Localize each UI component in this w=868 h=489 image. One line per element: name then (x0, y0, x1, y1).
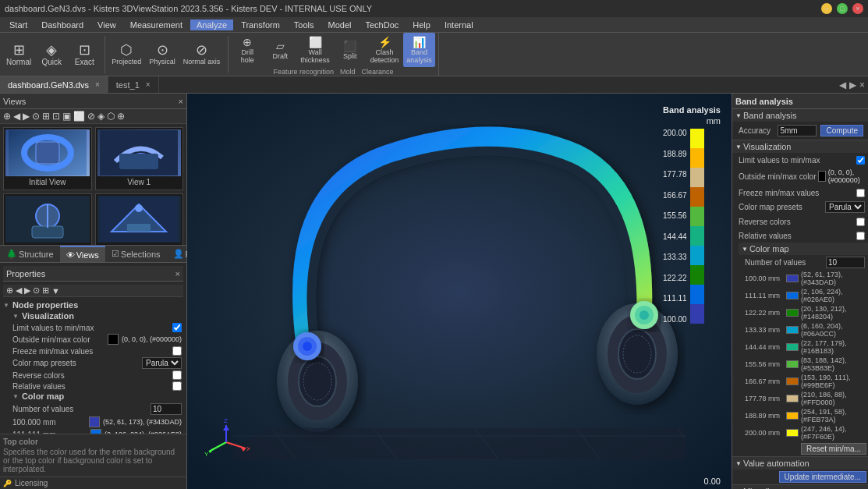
views-tool-7[interactable]: ▣ (62, 111, 71, 122)
color-swatch-0[interactable] (89, 416, 100, 427)
tab-dashboard[interactable]: dashboard.GeN3.dvs × (0, 76, 108, 93)
ba-limit-checkbox[interactable] (856, 156, 865, 165)
left-tab-structure[interactable]: 🌲 Structure (0, 246, 60, 262)
tab-scroll-left[interactable]: ◀ (839, 80, 846, 90)
toolbar-draft[interactable]: ▱ Draft (264, 33, 296, 67)
views-tool-2[interactable]: ◀ (13, 111, 20, 122)
tab-test1-close[interactable]: × (146, 80, 151, 89)
menu-model[interactable]: Model (322, 19, 358, 30)
prop-tool-1[interactable]: ⊕ (6, 285, 13, 296)
ba-cm-swatch-2[interactable] (786, 309, 799, 317)
views-tool-6[interactable]: ⊡ (52, 111, 60, 122)
toolbar-clash-detection[interactable]: ⚡ Clashdetection (367, 33, 402, 67)
menu-view[interactable]: View (91, 19, 122, 30)
prop-numvals-input[interactable] (151, 403, 182, 415)
prop-tool-3[interactable]: ▶ (24, 285, 30, 296)
toolbar-quick[interactable]: ◈ Quick (36, 37, 67, 72)
views-tool-12[interactable]: ⊕ (117, 111, 125, 122)
ba-cm-swatch-7[interactable] (786, 395, 799, 402)
menu-internal[interactable]: Internal (438, 19, 480, 30)
prop-relative-checkbox[interactable] (172, 381, 182, 391)
menu-transform[interactable]: Transform (235, 19, 286, 30)
prop-tool-4[interactable]: ⊙ (33, 285, 40, 296)
tab-scroll-right[interactable]: ▶ (849, 80, 856, 90)
close-button[interactable]: × (852, 3, 863, 14)
prop-colormap-select[interactable]: Parula (142, 357, 182, 369)
menu-measurement[interactable]: Measurement (124, 19, 189, 30)
thumbnail-view1[interactable]: View 1 (95, 127, 184, 190)
bar-labels: 200.00 188.89 177.78 166.67 155.56 144.4… (663, 129, 687, 324)
update-button[interactable]: Update intermediate... (779, 471, 866, 483)
toolbar-normal-axis[interactable]: ⊘ Normal axis (180, 37, 224, 72)
menu-analyze[interactable]: Analyze (190, 19, 233, 30)
ba-cm-swatch-9[interactable] (786, 429, 799, 437)
ba-reverse-checkbox[interactable] (856, 218, 865, 226)
left-tab-views[interactable]: 👁 Views (60, 246, 105, 262)
views-tool-4[interactable]: ⊙ (32, 111, 40, 122)
maximize-button[interactable]: □ (837, 3, 848, 14)
prop-freeze-checkbox[interactable] (172, 346, 182, 356)
prop-panel-close[interactable]: × (175, 269, 180, 278)
node-props-toggle[interactable]: ▼ Node properties (3, 300, 183, 310)
thumbnail-initial-view[interactable]: Initial View (3, 127, 92, 190)
ba-numvals-input[interactable] (826, 257, 865, 268)
ba-cm-swatch-1[interactable] (786, 292, 799, 299)
toolbar-wall-thickness[interactable]: ⬜ Wallthickness (297, 33, 333, 67)
views-tool-11[interactable]: ⬡ (107, 111, 115, 122)
prop-collapse[interactable]: ▼ (51, 286, 60, 296)
ba-cm-swatch-4[interactable] (786, 343, 799, 351)
menu-dashboard[interactable]: Dashboard (35, 19, 90, 30)
tab-test1[interactable]: test_1 × (108, 76, 159, 93)
licensing-label[interactable]: Licensing (15, 479, 48, 487)
prop-tool-2[interactable]: ◀ (16, 285, 22, 296)
toolbar-split[interactable]: ⬛ Split (335, 33, 366, 67)
tab-close-all[interactable]: × (859, 80, 865, 90)
minimize-button[interactable]: – (821, 3, 832, 14)
ba-colormap-select[interactable]: Parula (825, 201, 865, 213)
quick-icon: ◈ (46, 43, 57, 57)
menu-start[interactable]: Start (3, 19, 34, 30)
ba-relative-checkbox[interactable] (856, 232, 865, 240)
toolbar-normal[interactable]: ⊞ Normal (3, 37, 34, 72)
left-tab-selections[interactable]: ☑ Selections (105, 246, 167, 262)
menu-techdoc[interactable]: TechDoc (360, 19, 406, 30)
toolbar-physical[interactable]: ⊙ Physical (146, 37, 179, 72)
views-tool-3[interactable]: ▶ (23, 111, 30, 122)
ba-cm-swatch-8[interactable] (786, 412, 799, 420)
ba-cm-swatch-0[interactable] (786, 275, 799, 282)
views-tool-9[interactable]: ⊘ (87, 111, 95, 122)
prop-tool-5[interactable]: ⊞ (42, 285, 49, 296)
views-tool-10[interactable]: ◈ (97, 111, 105, 122)
ba-colormap-toggle[interactable]: ▼ Color map (739, 243, 868, 255)
views-tool-1[interactable]: ⊕ (3, 111, 11, 122)
thumbnail-view3[interactable]: View 3 (95, 193, 184, 245)
visualization-toggle[interactable]: ▼ Visualization (3, 311, 183, 321)
views-tool-5[interactable]: ⊞ (42, 111, 50, 122)
ba-cm-swatch-6[interactable] (786, 377, 799, 385)
toolbar-band-analysis[interactable]: 📊 Bandanalysis (403, 33, 435, 67)
viewport[interactable]: Band analysis mm 200.00 188.89 177.78 16… (187, 94, 732, 489)
views-panel-close[interactable]: × (179, 97, 183, 106)
prop-limit-checkbox[interactable] (172, 323, 182, 332)
views-tool-8[interactable]: ⬜ (73, 111, 85, 122)
thumbnail-view2[interactable]: View 2 (3, 193, 92, 245)
tab-dashboard-close[interactable]: × (95, 80, 100, 89)
viz-section-toggle[interactable]: ▼ Visualization (732, 140, 868, 153)
toolbar-projected[interactable]: ⬡ Projected (108, 37, 144, 72)
ba-freeze-checkbox[interactable] (856, 189, 865, 197)
colormap-section-toggle[interactable]: ▼ Color map (3, 392, 183, 401)
prop-outside-swatch[interactable] (108, 334, 119, 345)
toolbar-exact[interactable]: ⊡ Exact (69, 37, 100, 72)
menu-tools[interactable]: Tools (288, 19, 321, 30)
accuracy-input[interactable] (778, 125, 817, 136)
toolbar-drill-hole[interactable]: ⊕ Drillhole (232, 33, 263, 67)
ba-cm-swatch-3[interactable] (786, 326, 799, 334)
ba-cm-swatch-5[interactable] (786, 360, 799, 368)
value-auto-toggle[interactable]: ▼ Value automation (732, 457, 868, 470)
menu-help[interactable]: Help (406, 19, 437, 30)
ba-outside-swatch[interactable] (818, 171, 825, 182)
compute-button[interactable]: Compute (820, 125, 863, 136)
band-analysis-toggle[interactable]: ▼ Band analysis (732, 109, 868, 122)
reset-button[interactable]: Reset min/ma... (801, 443, 866, 455)
prop-reverse-checkbox[interactable] (172, 370, 182, 380)
